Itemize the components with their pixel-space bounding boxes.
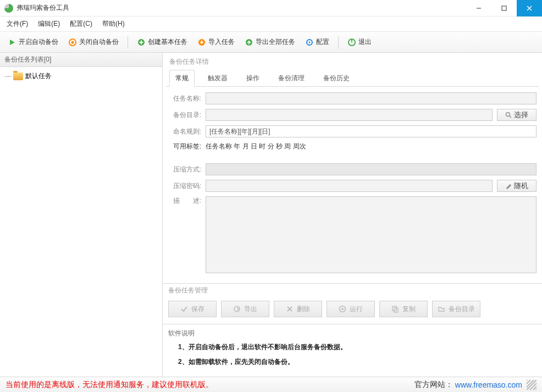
detail-panel: 备份任务详情 常规 触发器 操作 备份清理 备份历史 任务名称: 备份目录: 选…: [163, 53, 542, 377]
avail-tags-text: 任务名称 年 月 日 时 分 秒 周 周次: [206, 142, 306, 151]
compress-mode-select[interactable]: [206, 163, 537, 175]
folder-outline-icon: [438, 305, 445, 313]
gear-icon: [305, 38, 314, 47]
random-pwd-button[interactable]: 随机: [497, 180, 537, 192]
menubar: 文件(F) 编辑(E) 配置(C) 帮助(H): [0, 16, 542, 32]
check-icon: [180, 305, 188, 313]
sidebar-header: 备份任务列表[0]: [0, 53, 162, 67]
label-compress-mode: 压缩方式:: [168, 165, 201, 174]
detail-group-title: 备份任务详情: [166, 56, 539, 68]
toolbar-stop-auto-backup[interactable]: 关闭自动备份: [65, 35, 122, 49]
detail-tabs: 常规 触发器 操作 备份清理 备份历史: [166, 70, 539, 87]
toolbar-sep: [338, 36, 339, 48]
select-btn-label: 选择: [514, 110, 528, 120]
toolbar-import-task[interactable]: 导入任务: [194, 35, 238, 49]
toolbar: 开启自动备份 关闭自动备份 创建基本任务 导入任务 导出全部任务 配置 退出: [0, 32, 542, 53]
toolbar-settings[interactable]: 配置: [302, 35, 333, 49]
run-button[interactable]: 运行: [327, 301, 375, 317]
app-icon: [4, 4, 13, 13]
resize-grip[interactable]: [527, 380, 537, 390]
toolbar-create-label: 创建基本任务: [148, 37, 187, 47]
instr-title: 软件说明: [168, 329, 537, 338]
menu-config[interactable]: 配置(C): [70, 19, 92, 29]
x-icon: [286, 305, 294, 313]
instr-line-2: 2、如需卸载软件，应先关闭自动备份。: [178, 357, 537, 367]
status-site-label: 官方网站：: [414, 380, 453, 390]
export-button[interactable]: 导出: [221, 301, 269, 317]
save-label: 保存: [191, 305, 204, 314]
pencil-icon: [505, 183, 512, 189]
select-dir-button[interactable]: 选择: [497, 109, 537, 121]
toolbar-exit[interactable]: 退出: [344, 35, 375, 49]
tab-history[interactable]: 备份历史: [318, 70, 355, 86]
menu-help[interactable]: 帮助(H): [102, 19, 125, 29]
folder-icon: [13, 73, 23, 80]
backup-dir-input[interactable]: [206, 109, 493, 121]
copy-label: 复制: [402, 305, 416, 314]
menu-file[interactable]: 文件(F): [7, 19, 28, 29]
description-textarea[interactable]: [206, 196, 537, 273]
copy-button[interactable]: 复制: [379, 301, 428, 317]
toolbar-export-all[interactable]: 导出全部任务: [241, 35, 298, 49]
toolbar-sep: [128, 36, 128, 48]
svg-marker-4: [10, 40, 15, 45]
stop-icon: [68, 38, 77, 47]
toolbar-stop-label: 关闭自动备份: [79, 37, 119, 47]
task-tree[interactable]: ┄┄ 默认任务: [0, 67, 162, 377]
play-icon: [8, 38, 16, 47]
exit-icon: [347, 38, 356, 47]
tree-item-label: 默认任务: [25, 71, 52, 81]
svg-rect-1: [502, 6, 506, 10]
close-button[interactable]: [517, 0, 542, 16]
minimize-button[interactable]: [466, 0, 491, 16]
label-backup-dir: 备份目录:: [168, 111, 201, 120]
software-instructions: 软件说明 1、开启自动备份后，退出软件不影响后台服务备份数据。 2、如需卸载软件…: [163, 324, 542, 377]
svg-point-13: [309, 41, 311, 43]
svg-point-6: [71, 41, 74, 43]
save-button[interactable]: 保存: [168, 301, 217, 317]
play-circle-icon: [339, 305, 346, 313]
label-avail-tags: 可用标签:: [168, 142, 201, 151]
general-form: 任务名称: 备份目录: 选择 命名规则: 可用标签: 任务名称 年 月 日 时 …: [163, 87, 542, 283]
label-task-name: 任务名称:: [168, 94, 201, 103]
status-offline-text: 当前使用的是离线版，无法使用通知服务，建议使用联机版。: [5, 380, 213, 390]
run-label: 运行: [350, 305, 363, 314]
tab-trigger[interactable]: 触发器: [202, 70, 233, 86]
tab-cleanup[interactable]: 备份清理: [273, 70, 310, 86]
menu-edit[interactable]: 编辑(E): [38, 19, 60, 29]
instr-line-1: 1、开启自动备份后，退出软件不影响后台服务备份数据。: [178, 343, 537, 352]
tree-item-default-task[interactable]: ┄┄ 默认任务: [4, 70, 158, 82]
tab-action[interactable]: 操作: [241, 70, 265, 86]
label-compress-pwd: 压缩密码:: [168, 181, 201, 191]
toolbar-start-auto-backup[interactable]: 开启自动备份: [4, 35, 62, 49]
backup-dir-button[interactable]: 备份目录: [432, 301, 480, 317]
sidebar: 备份任务列表[0] ┄┄ 默认任务: [0, 53, 163, 377]
export-icon: [245, 38, 253, 47]
svg-line-17: [510, 116, 511, 118]
create-task-icon: [137, 38, 146, 47]
toolbar-import-label: 导入任务: [208, 37, 235, 47]
svg-point-16: [506, 113, 510, 117]
toolbar-create-task[interactable]: 创建基本任务: [134, 35, 191, 49]
delete-label: 删除: [297, 305, 310, 314]
status-site-link[interactable]: www.freemaso.com: [455, 380, 522, 389]
name-rule-input[interactable]: [206, 125, 537, 137]
tree-connector: ┄┄: [4, 73, 11, 80]
export-arrow-icon: [233, 305, 241, 313]
export-label: 导出: [244, 305, 257, 314]
backup-dir-label: 备份目录: [449, 305, 475, 314]
toolbar-export-label: 导出全部任务: [256, 37, 295, 47]
task-management: 备份任务管理 保存 导出 删除 运行 复制 备份目录: [163, 283, 542, 324]
toolbar-start-label: 开启自动备份: [19, 37, 58, 47]
label-name-rule: 命名规则:: [168, 127, 201, 136]
task-name-input[interactable]: [206, 92, 537, 104]
titlebar: 弗瑞玛索备份工具: [0, 0, 542, 16]
copy-icon: [391, 305, 399, 313]
import-icon: [197, 38, 206, 47]
mgmt-title: 备份任务管理: [163, 284, 542, 297]
tab-general[interactable]: 常规: [169, 70, 195, 87]
maximize-button[interactable]: [491, 0, 517, 16]
delete-button[interactable]: 删除: [274, 301, 322, 317]
random-btn-label: 随机: [514, 181, 528, 191]
compress-pwd-input[interactable]: [206, 180, 493, 192]
